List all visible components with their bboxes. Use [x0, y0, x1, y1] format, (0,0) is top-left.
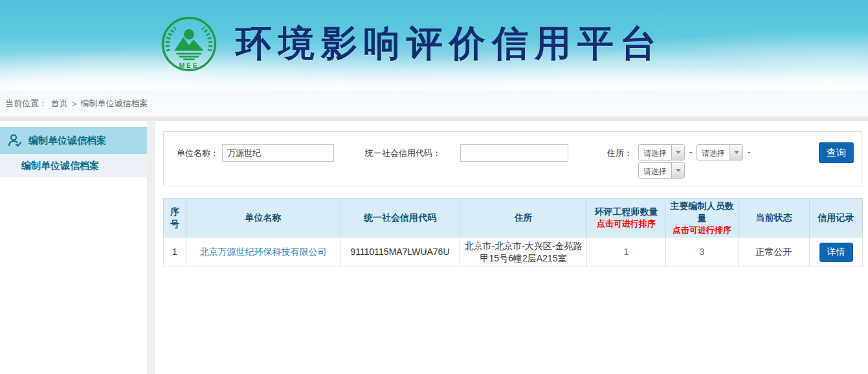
province-dropdown-button[interactable] — [671, 145, 684, 160]
district-dropdown-button[interactable] — [671, 163, 684, 178]
site-banner: MEE 环境影响评价信用平台 — [0, 0, 868, 91]
col-engineer-count: 环评工程师数量 点击可进行排序 — [587, 199, 666, 237]
row-address: 北京市-北京市-大兴区-金苑路甲15号6幢2层A215室 — [460, 237, 587, 267]
mee-logo-icon: MEE — [161, 16, 217, 72]
staff-sort-link[interactable]: 点击可进行排序 — [669, 225, 735, 236]
col-engineer-count-label: 环评工程师数量 — [595, 206, 658, 217]
query-button[interactable]: 查询 — [819, 142, 854, 163]
engineer-count-link[interactable]: 1 — [624, 247, 629, 257]
company-name-input[interactable] — [222, 144, 334, 162]
breadcrumb-home-link[interactable]: 首页 — [51, 98, 68, 109]
content-area: 单位名称： 统一社会信用代码： 住所： 请选择 - 请选择 - 请选择 查询 — [155, 121, 868, 374]
col-company-name: 单位名称 — [186, 199, 340, 237]
svg-text:MEE: MEE — [179, 61, 199, 69]
row-index: 1 — [164, 237, 186, 267]
address-dash-2: - — [748, 147, 750, 157]
search-panel: 单位名称： 统一社会信用代码： 住所： 请选择 - 请选择 - 请选择 查询 — [163, 131, 862, 186]
breadcrumb-separator: > — [72, 99, 77, 109]
breadcrumb-current-link[interactable]: 编制单位诚信档案 — [81, 98, 148, 109]
sidebar-subitem-label: 编制单位诚信档案 — [21, 160, 99, 172]
company-name-label: 单位名称： — [177, 148, 219, 159]
sidebar-item-label: 编制单位诚信档案 — [28, 135, 106, 147]
col-credit-record: 信用记录 — [810, 199, 863, 237]
credit-code-label: 统一社会信用代码： — [365, 148, 441, 159]
sidebar-subitem-credit-archive[interactable]: 编制单位诚信档案 — [0, 154, 147, 177]
chevron-down-icon — [734, 151, 739, 154]
col-staff-count: 主要编制人员数量 点击可进行排序 — [666, 199, 739, 237]
district-select[interactable]: 请选择 — [638, 162, 685, 179]
page-title: 环境影响评价信用平台 — [236, 19, 663, 69]
sidebar-item-credit-archive[interactable]: 编制单位诚信档案 — [0, 127, 147, 154]
province-select-value: 请选择 — [639, 145, 671, 160]
company-name-link[interactable]: 北京万源世纪环保科技有限公司 — [200, 247, 327, 257]
col-status: 当前状态 — [739, 199, 810, 237]
sidebar: 编制单位诚信档案 编制单位诚信档案 — [0, 121, 147, 374]
detail-button[interactable]: 详情 — [819, 243, 853, 262]
city-dropdown-button[interactable] — [729, 145, 742, 160]
province-select[interactable]: 请选择 — [638, 144, 685, 160]
row-status: 正常公开 — [739, 237, 810, 267]
breadcrumb-label: 当前位置： — [5, 98, 47, 109]
city-select-value: 请选择 — [697, 145, 729, 160]
row-credit-code: 91110115MA7LWUA76U — [340, 237, 460, 267]
col-staff-count-label: 主要编制人员数量 — [671, 201, 734, 223]
col-index: 序号 — [164, 199, 186, 237]
district-select-value: 请选择 — [639, 163, 671, 178]
address-label: 住所： — [607, 148, 632, 159]
sidebar-content-gap — [147, 121, 155, 374]
col-credit-code: 统一社会信用代码 — [340, 199, 460, 237]
table-row: 1 北京万源世纪环保科技有限公司 91110115MA7LWUA76U 北京市-… — [164, 237, 863, 267]
divider-band — [0, 116, 868, 121]
staff-count-link[interactable]: 3 — [700, 247, 705, 257]
credit-code-input[interactable] — [460, 144, 568, 162]
city-select[interactable]: 请选择 — [696, 144, 743, 160]
chevron-down-icon — [676, 151, 681, 154]
user-check-icon — [7, 133, 23, 148]
table-header-row: 序号 单位名称 统一社会信用代码 住所 环评工程师数量 点击可进行排序 主要编制… — [164, 199, 863, 237]
breadcrumb: 当前位置： 首页 > 编制单位诚信档案 — [0, 91, 868, 116]
engineer-sort-link[interactable]: 点击可进行排序 — [590, 218, 663, 230]
result-table: 序号 单位名称 统一社会信用代码 住所 环评工程师数量 点击可进行排序 主要编制… — [163, 198, 863, 267]
address-dash-1: - — [689, 147, 692, 157]
col-address: 住所 — [460, 199, 587, 237]
chevron-down-icon — [676, 169, 681, 172]
